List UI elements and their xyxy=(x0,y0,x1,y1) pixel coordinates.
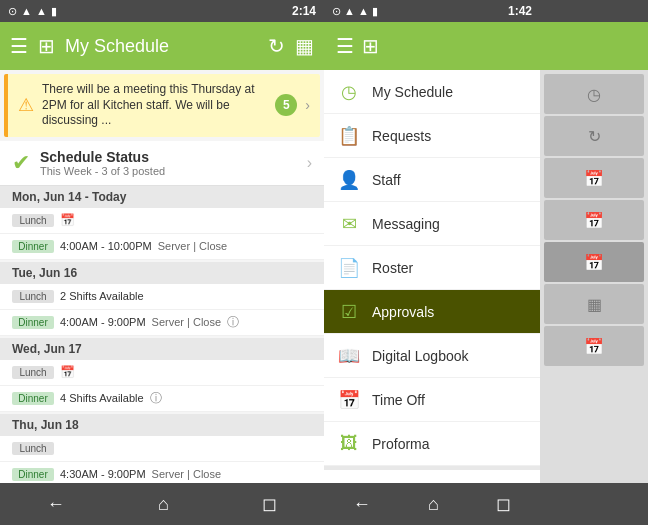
calendar-icon[interactable]: ▦ xyxy=(295,34,314,58)
menu-time: 1:42 xyxy=(508,4,532,18)
menu-item-label: Messaging xyxy=(372,216,440,232)
home-button[interactable]: ⌂ xyxy=(416,486,451,523)
shift-row[interactable]: Dinner 4:00AM - 9:00PM Server | Close ⓘ xyxy=(0,310,324,336)
shift-available: 4 Shifts Available xyxy=(60,392,144,404)
menu-nav-bar: ← ⌂ ◻ xyxy=(324,483,540,525)
menu-item-roster[interactable]: 📄 Roster xyxy=(324,246,540,290)
strip-calendar3-icon: 📅 xyxy=(544,242,644,282)
refresh-icon[interactable]: ↻ xyxy=(268,34,285,58)
dinner-badge: Dinner xyxy=(12,240,54,253)
icon-strip-top-bar xyxy=(540,22,648,70)
menu-item-myschedule[interactable]: ◷ My Schedule xyxy=(324,70,540,114)
day-header-wed: Wed, Jun 17 xyxy=(0,338,324,360)
approvals-icon: ☑ xyxy=(338,301,360,323)
calendar-small-icon: 📅 xyxy=(60,213,75,227)
shift-row[interactable]: Lunch 2 Shifts Available xyxy=(0,284,324,310)
schedule-status-title: Schedule Status xyxy=(40,149,307,165)
schedule-status-row[interactable]: ✔ Schedule Status This Week - 3 of 3 pos… xyxy=(0,141,324,186)
recents-button[interactable]: ◻ xyxy=(246,485,293,523)
shift-row[interactable]: Dinner 4:30AM - 9:00PM Server | Close xyxy=(0,462,324,483)
menu-hamburger-icon[interactable]: ☰ xyxy=(336,34,354,58)
menu-item-label: Proforma xyxy=(372,436,430,452)
menu-item-requests[interactable]: 📋 Requests xyxy=(324,114,540,158)
notification-banner[interactable]: ⚠ There will be a meeting this Thursday … xyxy=(4,74,320,137)
schedule-status-bar: ⊙ ▲ ▲ ▮ 2:14 xyxy=(0,0,324,22)
back-button[interactable]: ← xyxy=(31,486,81,523)
menu-item-staff[interactable]: 👤 Staff xyxy=(324,158,540,202)
shift-time: 4:30AM - 9:00PM xyxy=(60,468,146,480)
info-icon: ⓘ xyxy=(227,314,239,331)
shift-time: 4:00AM - 10:00PM xyxy=(60,240,152,252)
status-chevron-icon: › xyxy=(307,154,312,172)
menu-item-time-off[interactable]: 📅 Time Off xyxy=(324,378,540,422)
schedule-top-bar: ☰ ⊞ My Schedule ↻ ▦ xyxy=(0,22,324,70)
warning-icon: ⚠ xyxy=(18,94,34,116)
shift-row[interactable]: Lunch 📅 xyxy=(0,208,324,234)
menu-item-label: Roster xyxy=(372,260,413,276)
menu-item-approvals[interactable]: ☑ Approvals xyxy=(324,290,540,334)
wifi-icon: ▲ xyxy=(36,5,47,17)
schedule-nav-bar: ← ⌂ ◻ xyxy=(0,483,324,525)
strip-calendar2-icon: 📅 xyxy=(544,200,644,240)
timeoff-icon: 📅 xyxy=(338,389,360,411)
menu-list: ◷ My Schedule 📋 Requests 👤 Staff ✉ Messa… xyxy=(324,70,540,483)
menu-item-label: Staff xyxy=(372,172,401,188)
messaging-icon: ✉ xyxy=(338,213,360,235)
menu-item-label: Requests xyxy=(372,128,431,144)
page-title: My Schedule xyxy=(65,36,258,57)
strip-refresh-icon: ↻ xyxy=(544,116,644,156)
menu-item-digital-logbook[interactable]: 📖 Digital Logbook xyxy=(324,334,540,378)
staff-icon: 👤 xyxy=(338,169,360,191)
notification-text: There will be a meeting this Thursday at… xyxy=(42,82,267,129)
logbook-icon: 📖 xyxy=(338,345,360,367)
wifi-icon: ▲ xyxy=(344,5,355,17)
day-header-mon: Mon, Jun 14 - Today xyxy=(0,186,324,208)
info-icon: ⓘ xyxy=(150,390,162,407)
battery-icon: ▮ xyxy=(51,5,57,18)
icon-strip-items: ◷ ↻ 📅 📅 📅 ▦ 📅 xyxy=(540,70,648,483)
shift-info: Server | Close xyxy=(152,316,222,328)
lunch-badge: Lunch xyxy=(12,290,54,303)
strip-calendar-icon: 📅 xyxy=(544,158,644,198)
shift-row[interactable]: Dinner 4 Shifts Available ⓘ xyxy=(0,386,324,412)
menu-grid-icon[interactable]: ⊞ xyxy=(362,34,379,58)
shift-time: 4:00AM - 9:00PM xyxy=(60,316,146,328)
proforma-icon: 🖼 xyxy=(338,433,360,454)
grid-icon[interactable]: ⊞ xyxy=(38,34,55,58)
calendar-small-icon: 📅 xyxy=(60,365,75,379)
day-header-tue: Tue, Jun 16 xyxy=(0,262,324,284)
lunch-badge: Lunch xyxy=(12,442,54,455)
clock-icon: ◷ xyxy=(338,81,360,103)
lunch-badge: Lunch xyxy=(12,214,54,227)
dinner-badge: Dinner xyxy=(12,316,54,329)
menu-item-proforma[interactable]: 🖼 Proforma xyxy=(324,422,540,466)
day-section-mon: Mon, Jun 14 - Today Lunch 📅 Dinner 4:00A… xyxy=(0,186,324,260)
notification-chevron-icon: › xyxy=(305,97,310,113)
signal-icon: ▲ xyxy=(358,5,369,17)
schedule-time: 2:14 xyxy=(292,4,316,18)
menu-item-messaging[interactable]: ✉ Messaging xyxy=(324,202,540,246)
shift-row[interactable]: Lunch xyxy=(0,436,324,462)
strip-clock-icon: ◷ xyxy=(544,74,644,114)
recents-button[interactable]: ◻ xyxy=(484,485,523,523)
menu-item-label: Digital Logbook xyxy=(372,348,469,364)
home-button[interactable]: ⌂ xyxy=(142,486,185,523)
schedule-list: Mon, Jun 14 - Today Lunch 📅 Dinner 4:00A… xyxy=(0,186,324,483)
shift-row[interactable]: Lunch 📅 xyxy=(0,360,324,386)
strip-calendar4-icon: ▦ xyxy=(544,284,644,324)
menu-panel: ⊙ ▲ ▲ ▮ 1:42 ☰ ⊞ ◷ My Schedule 📋 Request… xyxy=(324,0,540,525)
menu-item-settings[interactable]: ⚙ Settings xyxy=(324,470,540,483)
icon-strip-status-bar xyxy=(540,0,648,22)
shift-row[interactable]: Dinner 4:00AM - 10:00PM Server | Close xyxy=(0,234,324,260)
day-section-thu: Thu, Jun 18 Lunch Dinner 4:30AM - 9:00PM… xyxy=(0,414,324,483)
day-section-wed: Wed, Jun 17 Lunch 📅 Dinner 4 Shifts Avai… xyxy=(0,338,324,412)
menu-item-label: My Schedule xyxy=(372,84,453,100)
dinner-badge: Dinner xyxy=(12,468,54,481)
schedule-panel: ⊙ ▲ ▲ ▮ 2:14 ☰ ⊞ My Schedule ↻ ▦ ⚠ There… xyxy=(0,0,324,525)
requests-icon: 📋 xyxy=(338,125,360,147)
strip-calendar5-icon: 📅 xyxy=(544,326,644,366)
battery-icon: ▮ xyxy=(372,5,378,17)
menu-icon[interactable]: ☰ xyxy=(10,34,28,58)
back-button[interactable]: ← xyxy=(341,486,383,523)
bluetooth-icon: ⊙ xyxy=(332,5,341,17)
